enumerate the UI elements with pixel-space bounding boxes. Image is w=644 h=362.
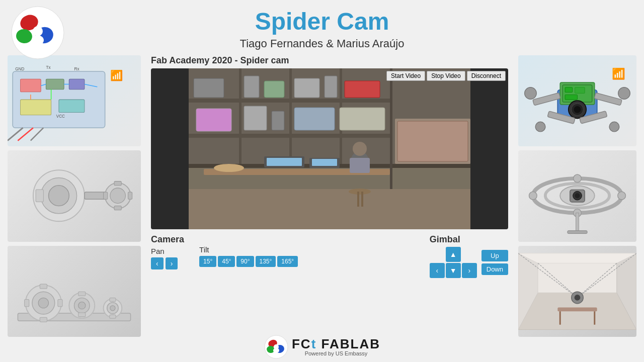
stop-video-button[interactable]: Stop Video bbox=[427, 71, 465, 81]
disconnect-button[interactable]: Disconnect bbox=[467, 71, 506, 81]
fct-circle-icon bbox=[264, 334, 289, 359]
room-image bbox=[518, 246, 636, 337]
camera-control-group: Camera Pan ‹ › bbox=[151, 234, 184, 269]
svg-rect-72 bbox=[294, 108, 335, 130]
svg-rect-71 bbox=[272, 111, 284, 130]
svg-rect-80 bbox=[312, 159, 337, 166]
svg-rect-69 bbox=[196, 109, 231, 131]
svg-text:📶: 📶 bbox=[110, 69, 123, 82]
svg-rect-33 bbox=[114, 206, 121, 210]
svg-line-24 bbox=[31, 128, 43, 140]
svg-rect-9 bbox=[69, 79, 85, 89]
tilt-15-button[interactable]: 15° bbox=[199, 256, 216, 267]
svg-point-103 bbox=[525, 87, 537, 99]
svg-rect-117 bbox=[576, 213, 579, 232]
svg-rect-29 bbox=[36, 190, 43, 202]
svg-text:Rx: Rx bbox=[74, 67, 79, 71]
footer: FCt FABLAB Powered by US Embassy bbox=[0, 332, 644, 362]
svg-rect-99 bbox=[533, 93, 560, 105]
tilt-90-button[interactable]: 90° bbox=[236, 256, 254, 267]
svg-text:GND: GND bbox=[15, 67, 24, 71]
fct-logo: FCt FABLAB Powered by US Embassy bbox=[264, 334, 380, 359]
gimbal-up-arrow-button[interactable]: ▲ bbox=[446, 247, 461, 262]
svg-rect-43 bbox=[58, 299, 62, 306]
svg-point-27 bbox=[49, 186, 69, 206]
svg-rect-83 bbox=[350, 158, 370, 173]
svg-point-112 bbox=[574, 174, 582, 183]
svg-rect-7 bbox=[20, 79, 41, 92]
circuit-image: GND Rx Tx VCC 📶 bbox=[8, 55, 141, 146]
svg-point-76 bbox=[214, 164, 244, 172]
svg-rect-64 bbox=[244, 76, 259, 98]
svg-rect-86 bbox=[361, 192, 363, 207]
gimbal-side-buttons: Up Down bbox=[481, 250, 508, 275]
controls-row: Camera Pan ‹ › Tilt 15° 45° 90° 135° 165… bbox=[151, 234, 508, 278]
gimbal-down-button[interactable]: Down bbox=[481, 263, 508, 275]
tilt-45-button[interactable]: 45° bbox=[218, 256, 235, 267]
svg-point-104 bbox=[618, 87, 630, 99]
svg-point-84 bbox=[349, 189, 371, 195]
powered-label: Powered by US Embassy bbox=[292, 350, 380, 356]
left-sidebar: GND Rx Tx VCC 📶 bbox=[0, 55, 146, 337]
gimbal-right-button[interactable]: › bbox=[462, 263, 477, 278]
svg-point-4 bbox=[33, 26, 43, 36]
svg-rect-68 bbox=[345, 81, 380, 98]
svg-point-5 bbox=[32, 35, 44, 45]
tilt-buttons: 15° 45° 90° 135° 165° bbox=[199, 256, 298, 267]
svg-point-110 bbox=[529, 192, 537, 200]
gimbal-control-group: Gimbal ▲ ‹ ▼ › Up Down bbox=[430, 234, 508, 278]
gimbal-dpad-row: ▲ ‹ ▼ › Up Down bbox=[430, 247, 508, 278]
spider-top-image: 📶 bbox=[518, 55, 636, 146]
tilt-135-button[interactable]: 135° bbox=[256, 256, 276, 267]
gimbal-left-button[interactable]: ‹ bbox=[430, 263, 445, 278]
gimbal-up-button[interactable]: Up bbox=[481, 250, 508, 261]
video-container: Start Video Stop Video Disconnect bbox=[151, 68, 508, 229]
svg-rect-67 bbox=[325, 76, 337, 98]
svg-point-138 bbox=[273, 348, 279, 353]
fct-name-label: FCt FABLAB bbox=[292, 337, 380, 350]
svg-rect-52 bbox=[110, 298, 116, 301]
gimbal-down-arrow-button[interactable]: ▼ bbox=[446, 263, 461, 278]
svg-point-106 bbox=[609, 122, 619, 132]
svg-rect-74 bbox=[189, 189, 470, 229]
svg-point-116 bbox=[575, 194, 580, 199]
right-sidebar: 📶 bbox=[513, 55, 644, 337]
svg-rect-65 bbox=[264, 81, 284, 98]
svg-text:Tx: Tx bbox=[46, 65, 50, 70]
svg-rect-100 bbox=[594, 93, 622, 105]
page-subtitle: Tiago Fernandes & Marius Araújo bbox=[0, 37, 644, 50]
svg-rect-53 bbox=[110, 315, 116, 318]
ring-image bbox=[518, 150, 636, 241]
tilt-165-button[interactable]: 165° bbox=[277, 256, 298, 267]
svg-rect-32 bbox=[114, 182, 121, 186]
page-header: Spider Cam Tiago Fernandes & Marius Araú… bbox=[0, 0, 644, 53]
pan-left-button[interactable]: ‹ bbox=[151, 257, 164, 269]
camera-title: Camera bbox=[151, 234, 184, 245]
svg-rect-8 bbox=[46, 79, 64, 89]
svg-point-105 bbox=[535, 122, 545, 132]
svg-rect-41 bbox=[40, 317, 47, 322]
svg-rect-73 bbox=[340, 108, 385, 130]
svg-marker-123 bbox=[518, 253, 636, 263]
svg-rect-94 bbox=[575, 87, 585, 94]
header-logo bbox=[10, 5, 65, 60]
svg-rect-34 bbox=[104, 192, 108, 199]
video-buttons: Start Video Stop Video Disconnect bbox=[386, 71, 506, 81]
pan-right-button[interactable]: › bbox=[166, 257, 178, 269]
svg-rect-78 bbox=[267, 158, 302, 166]
start-video-button[interactable]: Start Video bbox=[386, 71, 425, 81]
svg-point-98 bbox=[574, 106, 581, 113]
svg-rect-40 bbox=[40, 284, 47, 289]
svg-text:VCC: VCC bbox=[56, 114, 65, 119]
svg-rect-10 bbox=[20, 100, 51, 115]
svg-point-129 bbox=[575, 295, 581, 301]
gimbal-title: Gimbal bbox=[430, 234, 508, 245]
svg-point-46 bbox=[78, 302, 86, 309]
svg-rect-42 bbox=[25, 299, 29, 306]
svg-text:📶: 📶 bbox=[612, 67, 625, 80]
svg-rect-63 bbox=[194, 78, 224, 98]
svg-rect-130 bbox=[557, 307, 597, 311]
fct-text: FCt FABLAB Powered by US Embassy bbox=[292, 337, 380, 356]
tilt-control-group: Tilt 15° 45° 90° 135° 165° bbox=[199, 234, 298, 267]
svg-rect-95 bbox=[565, 95, 577, 100]
